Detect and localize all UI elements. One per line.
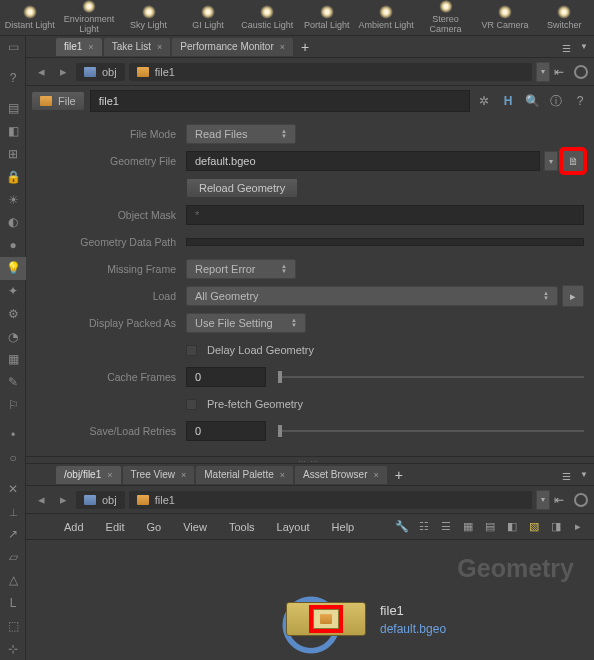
pin-icon[interactable]: ⇤ xyxy=(554,493,570,507)
shelf-distant-light[interactable]: Distant Light xyxy=(0,0,59,35)
close-icon[interactable]: × xyxy=(373,470,378,480)
info-icon[interactable]: ⓘ xyxy=(548,93,564,109)
tab-take-list[interactable]: Take List× xyxy=(104,38,171,56)
path-chip-file1[interactable]: file1 xyxy=(129,63,532,81)
node-body[interactable] xyxy=(286,602,366,636)
wrench-icon[interactable]: 🔧 xyxy=(394,519,410,535)
shelf-sky-light[interactable]: Sky Light xyxy=(119,0,178,35)
strip-icon[interactable]: ✎ xyxy=(0,371,26,394)
shelf-environment-light[interactable]: Environment Light xyxy=(59,0,118,35)
strip-icon[interactable]: ▦ xyxy=(0,348,26,371)
tab-obj-file1[interactable]: /obj/file1× xyxy=(56,466,121,484)
operator-name-input[interactable]: file1 xyxy=(90,90,470,112)
shelf-caustic-light[interactable]: Caustic Light xyxy=(238,0,297,35)
strip-icon[interactable]: △ xyxy=(0,569,26,592)
strip-icon[interactable]: ▱ xyxy=(0,546,26,569)
load-dropdown[interactable]: All Geometry ▲▼ xyxy=(186,286,558,306)
nav-back-icon[interactable]: ◂ xyxy=(32,492,50,507)
add-tab-button[interactable]: + xyxy=(295,39,315,55)
dropdown-icon[interactable]: ▼ xyxy=(580,42,588,51)
list-icon[interactable]: ☰ xyxy=(438,519,454,535)
menu-tools[interactable]: Tools xyxy=(219,518,265,536)
strip-icon[interactable]: ↗ xyxy=(0,523,26,546)
strip-icon[interactable]: ○ xyxy=(0,447,26,470)
display-packed-as-dropdown[interactable]: Use File Setting ▲▼ xyxy=(186,313,306,333)
menu-edit[interactable]: Edit xyxy=(96,518,135,536)
gear-icon[interactable]: ✲ xyxy=(476,93,492,109)
path-chip-file1[interactable]: file1 xyxy=(129,491,532,509)
palette-icon[interactable]: ◨ xyxy=(548,519,564,535)
tab-file1[interactable]: file1× xyxy=(56,38,102,56)
geometry-data-path-input[interactable] xyxy=(186,238,584,246)
arrow-icon[interactable]: ▸ xyxy=(570,519,586,535)
load-options-button[interactable]: ▸ xyxy=(562,285,584,307)
node-file1[interactable]: file1 default.bgeo xyxy=(286,602,446,636)
strip-icon[interactable]: ◔ xyxy=(0,325,26,348)
search-icon[interactable]: 🔍 xyxy=(524,93,540,109)
panel-icon[interactable]: ◧ xyxy=(504,519,520,535)
close-icon[interactable]: × xyxy=(107,470,112,480)
missing-frame-dropdown[interactable]: Report Error ▲▼ xyxy=(186,259,296,279)
tab-performance-monitor[interactable]: Performance Monitor× xyxy=(172,38,293,56)
geometry-file-browse-button[interactable]: 🗎 xyxy=(562,150,584,172)
close-icon[interactable]: × xyxy=(88,42,93,52)
strip-icon[interactable]: ◐ xyxy=(0,211,26,234)
object-mask-input[interactable]: * xyxy=(186,205,584,225)
strip-icon[interactable]: ⚙ xyxy=(0,302,26,325)
save-load-retries-input[interactable]: 0 xyxy=(186,421,266,441)
h-icon[interactable]: H xyxy=(500,93,516,109)
network-view[interactable]: Geometry file1 default.bgeo xyxy=(26,540,594,660)
tab-tree-view[interactable]: Tree View× xyxy=(123,466,195,484)
path-dropdown-icon[interactable]: ▾ xyxy=(536,62,550,82)
menu-go[interactable]: Go xyxy=(137,518,172,536)
tab-material-palette[interactable]: Material Palette× xyxy=(196,466,293,484)
path-chip-obj[interactable]: obj xyxy=(76,63,125,81)
strip-icon[interactable]: ✦ xyxy=(0,280,26,303)
tab-asset-browser[interactable]: Asset Browser× xyxy=(295,466,387,484)
prefetch-checkbox[interactable] xyxy=(186,399,197,410)
shelf-ambient-light[interactable]: Ambient Light xyxy=(356,0,415,35)
strip-icon[interactable]: ◧ xyxy=(0,120,26,143)
pane-menu-icon[interactable] xyxy=(562,470,576,480)
strip-icon[interactable]: ⟂ xyxy=(0,500,26,523)
nav-forward-icon[interactable]: ▸ xyxy=(54,64,72,79)
path-dropdown-icon[interactable]: ▾ xyxy=(536,490,550,510)
strip-icon[interactable]: ⬚ xyxy=(0,614,26,637)
operator-type-chip[interactable]: File xyxy=(32,92,84,110)
strip-icon[interactable]: ● xyxy=(0,234,26,257)
strip-icon[interactable]: ✕ xyxy=(0,477,26,500)
path-chip-obj[interactable]: obj xyxy=(76,491,125,509)
menu-help[interactable]: Help xyxy=(322,518,365,536)
pane-splitter[interactable] xyxy=(26,456,594,464)
close-icon[interactable]: × xyxy=(280,470,285,480)
nav-back-icon[interactable]: ◂ xyxy=(32,64,50,79)
add-tab-button[interactable]: + xyxy=(389,467,409,483)
menu-layout[interactable]: Layout xyxy=(267,518,320,536)
capture-icon[interactable] xyxy=(574,493,588,507)
strip-icon[interactable]: ? xyxy=(0,66,26,89)
tree-icon[interactable]: ☷ xyxy=(416,519,432,535)
strip-icon[interactable]: ⊹ xyxy=(0,637,26,660)
strip-icon[interactable]: L xyxy=(0,591,26,614)
shelf-portal-light[interactable]: Portal Light xyxy=(297,0,356,35)
shelf-gi-light[interactable]: GI Light xyxy=(178,0,237,35)
strip-icon[interactable]: ⚐ xyxy=(0,394,26,417)
cache-frames-input[interactable]: 0 xyxy=(186,367,266,387)
params-icon[interactable]: ▤ xyxy=(482,519,498,535)
pane-menu-icon[interactable] xyxy=(562,42,576,52)
close-icon[interactable]: × xyxy=(280,42,285,52)
close-icon[interactable]: × xyxy=(181,470,186,480)
nav-forward-icon[interactable]: ▸ xyxy=(54,492,72,507)
strip-icon[interactable]: • xyxy=(0,424,26,447)
strip-icon[interactable]: ▭ xyxy=(0,36,26,59)
reload-geometry-button[interactable]: Reload Geometry xyxy=(186,178,298,198)
menu-add[interactable]: Add xyxy=(54,518,94,536)
close-icon[interactable]: × xyxy=(157,42,162,52)
strip-icon[interactable]: ⊞ xyxy=(0,143,26,166)
dropdown-icon[interactable]: ▼ xyxy=(580,470,588,479)
delay-load-checkbox[interactable] xyxy=(186,345,197,356)
note-icon[interactable]: ▧ xyxy=(526,519,542,535)
strip-icon[interactable]: ☀ xyxy=(0,188,26,211)
strip-icon[interactable]: 💡 xyxy=(0,257,26,280)
shelf-switcher[interactable]: Switcher xyxy=(535,0,594,35)
